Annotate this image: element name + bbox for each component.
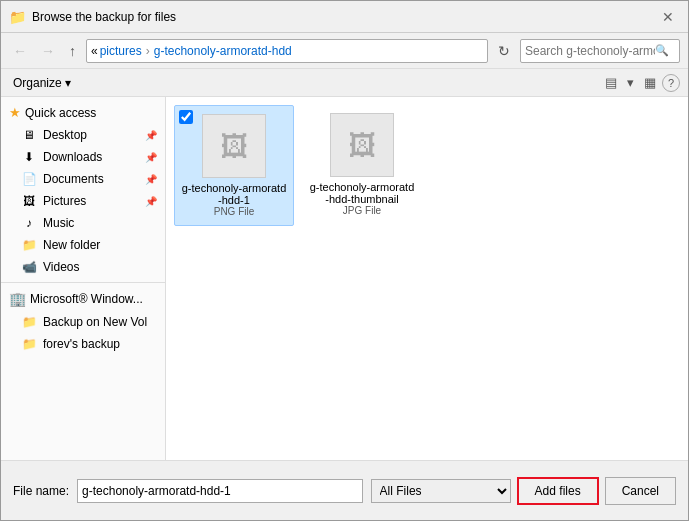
help-button[interactable]: ? xyxy=(662,74,680,92)
dialog: 📁 Browse the backup for files ✕ ← → ↑ « … xyxy=(0,0,689,521)
file-item-1[interactable]: 🖼 g-techonoly-armoratd-hdd-thumbnail JPG… xyxy=(302,105,422,226)
pane-toggle-button[interactable]: ▦ xyxy=(640,73,660,92)
quick-access-header[interactable]: ★ Quick access xyxy=(1,101,165,124)
quick-access-label: Quick access xyxy=(25,106,96,120)
filetype-select[interactable]: All Files PNG Files JPG Files xyxy=(371,479,511,503)
file-item-0[interactable]: 🖼 g-techonoly-armoratd-hdd-1 PNG File xyxy=(174,105,294,226)
main-content: ★ Quick access 🖥 Desktop 📌 ⬇ Downloads 📌… xyxy=(1,97,688,460)
sidebar-item-music[interactable]: ♪ Music xyxy=(1,212,165,234)
back-button[interactable]: ← xyxy=(9,41,31,61)
view-controls: ▤ ▾ ▦ ? xyxy=(601,73,680,92)
sidebar-item-backup-new-vol[interactable]: 📁 Backup on New Vol xyxy=(1,311,165,333)
search-bar: 🔍 xyxy=(520,39,680,63)
address-bar: « pictures › g-techonoly-armoratd-hdd xyxy=(86,39,488,63)
address-part-2[interactable]: g-techonoly-armoratd-hdd xyxy=(154,44,292,58)
address-sep: « xyxy=(91,44,98,58)
title-bar-left: 📁 Browse the backup for files xyxy=(9,9,176,25)
videos-icon: 📹 xyxy=(21,259,37,275)
pin-icon-2: 📌 xyxy=(145,152,157,163)
file-type-1: JPG File xyxy=(343,205,381,216)
sidebar-item-new-folder[interactable]: 📁 New folder xyxy=(1,234,165,256)
sidebar-divider xyxy=(1,282,165,283)
pin-icon: 📌 xyxy=(145,130,157,141)
file-thumb-img-1: 🖼 xyxy=(348,129,376,162)
organize-button[interactable]: Organize ▾ xyxy=(9,74,75,92)
filename-label: File name: xyxy=(13,484,69,498)
new-folder-icon: 📁 xyxy=(21,237,37,253)
filename-input[interactable] xyxy=(77,479,363,503)
second-toolbar: Organize ▾ ▤ ▾ ▦ ? xyxy=(1,69,688,97)
up-button[interactable]: ↑ xyxy=(65,41,80,61)
view-toggle-button[interactable]: ▤ xyxy=(601,73,621,92)
pin-icon-3: 📌 xyxy=(145,174,157,185)
address-breadcrumb: « pictures › g-techonoly-armoratd-hdd xyxy=(91,44,292,58)
sidebar: ★ Quick access 🖥 Desktop 📌 ⬇ Downloads 📌… xyxy=(1,97,166,460)
address-part-1[interactable]: pictures xyxy=(100,44,142,58)
sidebar-item-forevs-backup[interactable]: 📁 forev's backup xyxy=(1,333,165,355)
nav-toolbar: ← → ↑ « pictures › g-techonoly-armoratd-… xyxy=(1,33,688,69)
documents-icon: 📄 xyxy=(21,171,37,187)
title-bar: 📁 Browse the backup for files ✕ xyxy=(1,1,688,33)
file-checkbox-0[interactable] xyxy=(179,110,193,124)
search-input[interactable] xyxy=(525,44,655,58)
ms-icon: 🏢 xyxy=(9,291,26,307)
pictures-icon: 🖼 xyxy=(21,193,37,209)
file-name-0: g-techonoly-armoratd-hdd-1 xyxy=(181,182,287,206)
file-thumb-img-0: 🖼 xyxy=(220,130,248,163)
file-grid: 🖼 g-techonoly-armoratd-hdd-1 PNG File 🖼 … xyxy=(174,105,680,226)
sidebar-item-pictures[interactable]: 🖼 Pictures 📌 xyxy=(1,190,165,212)
pin-icon-4: 📌 xyxy=(145,196,157,207)
ms-section-label: Microsoft® Window... xyxy=(30,292,143,306)
cancel-button[interactable]: Cancel xyxy=(605,477,676,505)
sidebar-item-documents[interactable]: 📄 Documents 📌 xyxy=(1,168,165,190)
add-files-button[interactable]: Add files xyxy=(517,477,599,505)
file-area: 🖼 g-techonoly-armoratd-hdd-1 PNG File 🖼 … xyxy=(166,97,688,460)
file-name-1: g-techonoly-armoratd-hdd-thumbnail xyxy=(308,181,416,205)
music-icon: ♪ xyxy=(21,215,37,231)
refresh-button[interactable]: ↻ xyxy=(494,41,514,61)
close-button[interactable]: ✕ xyxy=(656,7,680,27)
ms-section-header[interactable]: 🏢 Microsoft® Window... xyxy=(1,287,165,311)
sidebar-item-downloads[interactable]: ⬇ Downloads 📌 xyxy=(1,146,165,168)
file-type-0: PNG File xyxy=(214,206,255,217)
sidebar-item-videos[interactable]: 📹 Videos xyxy=(1,256,165,278)
dialog-icon: 📁 xyxy=(9,9,26,25)
bottom-bar: File name: All Files PNG Files JPG Files… xyxy=(1,460,688,520)
forevs-folder-icon: 📁 xyxy=(21,336,37,352)
dialog-title: Browse the backup for files xyxy=(32,10,176,24)
file-thumb-1: 🖼 xyxy=(330,113,394,177)
sidebar-item-desktop[interactable]: 🖥 Desktop 📌 xyxy=(1,124,165,146)
forward-button[interactable]: → xyxy=(37,41,59,61)
bottom-right: All Files PNG Files JPG Files Add files … xyxy=(371,477,676,505)
file-thumb-0: 🖼 xyxy=(202,114,266,178)
search-icon: 🔍 xyxy=(655,44,669,57)
address-arrow: › xyxy=(146,44,150,58)
view-details-button[interactable]: ▾ xyxy=(623,73,638,92)
desktop-icon: 🖥 xyxy=(21,127,37,143)
star-icon: ★ xyxy=(9,105,21,120)
downloads-icon: ⬇ xyxy=(21,149,37,165)
backup-folder-icon: 📁 xyxy=(21,314,37,330)
